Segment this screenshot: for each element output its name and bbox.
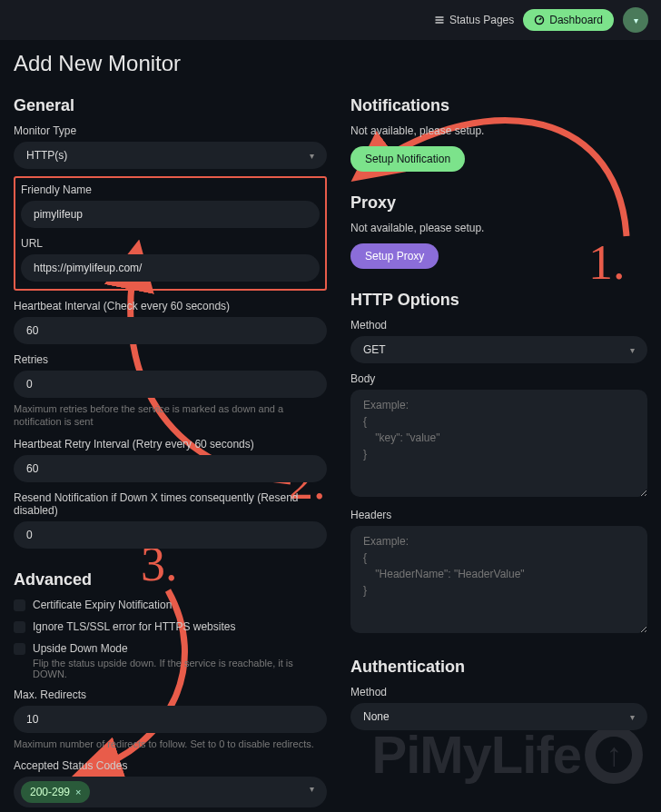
ignore-tls-checkbox[interactable]: Ignore TLS/SSL error for HTTPS websites	[14, 620, 327, 633]
max-redirects-hint: Maximum number of redirects to follow. S…	[14, 738, 327, 750]
retries-hint: Maximum retries before the service is ma…	[14, 402, 327, 429]
topbar: Status Pages Dashboard ▾	[0, 0, 661, 40]
http-options-heading: HTTP Options	[350, 291, 647, 310]
resend-input[interactable]	[14, 521, 327, 549]
url-input[interactable]	[21, 254, 320, 282]
advanced-heading: Advanced	[14, 570, 327, 589]
monitor-type-label: Monitor Type	[14, 124, 327, 137]
general-heading: General	[14, 96, 327, 115]
upside-down-hint: Flip the status upside down. If the serv…	[33, 658, 327, 679]
notifications-heading: Notifications	[350, 96, 647, 115]
retries-input[interactable]	[14, 371, 327, 398]
list-icon	[434, 15, 445, 25]
friendly-name-label: Friendly Name	[21, 183, 320, 196]
cert-expiry-checkbox[interactable]: Certificate Expiry Notification	[14, 599, 327, 611]
setup-proxy-button[interactable]: Setup Proxy	[350, 243, 439, 269]
status-codes-select[interactable]: 200-299 ×	[14, 777, 327, 807]
checkbox-icon	[14, 621, 25, 633]
retry-interval-label: Heartbeat Retry Interval (Retry every 60…	[14, 438, 327, 451]
friendly-name-input[interactable]	[21, 201, 320, 228]
upside-down-checkbox[interactable]: Upside Down Mode	[14, 642, 327, 655]
auth-method-select[interactable]: None	[350, 703, 647, 730]
setup-notification-button[interactable]: Setup Notification	[350, 146, 465, 172]
dashboard-button[interactable]: Dashboard	[523, 9, 614, 31]
heartbeat-interval-input[interactable]	[14, 317, 327, 344]
url-label: URL	[21, 237, 320, 250]
max-redirects-label: Max. Redirects	[14, 688, 327, 701]
heartbeat-interval-label: Heartbeat Interval (Check every 60 secon…	[14, 300, 327, 312]
status-pages-link[interactable]: Status Pages	[434, 14, 514, 26]
status-code-chip[interactable]: 200-299 ×	[21, 781, 90, 803]
upside-down-label: Upside Down Mode	[33, 642, 128, 655]
body-label: Body	[350, 372, 647, 385]
notifications-not-available: Not available, please setup.	[350, 124, 647, 137]
status-code-chip-label: 200-299	[30, 786, 70, 798]
max-redirects-input[interactable]	[14, 706, 327, 733]
method-select[interactable]: GET	[350, 336, 647, 363]
highlight-box-name-url: Friendly Name URL	[14, 176, 327, 291]
status-codes-label: Accepted Status Codes	[14, 759, 327, 772]
retry-interval-input[interactable]	[14, 455, 327, 482]
checkbox-icon	[14, 643, 25, 655]
dashboard-label: Dashboard	[549, 14, 603, 26]
proxy-not-available: Not available, please setup.	[350, 222, 647, 234]
headers-label: Headers	[350, 509, 647, 521]
ignore-tls-label: Ignore TLS/SSL error for HTTPS websites	[33, 620, 235, 633]
method-label: Method	[350, 319, 647, 332]
page-title: Add New Monitor	[14, 51, 647, 76]
close-icon[interactable]: ×	[75, 787, 81, 797]
proxy-heading: Proxy	[350, 193, 647, 213]
status-pages-label: Status Pages	[449, 14, 514, 26]
cert-expiry-label: Certificate Expiry Notification	[33, 599, 172, 611]
auth-heading: Authentication	[350, 658, 647, 677]
headers-textarea[interactable]	[350, 526, 647, 633]
monitor-type-select[interactable]: HTTP(s)	[14, 142, 327, 169]
auth-method-label: Method	[350, 686, 647, 698]
user-avatar[interactable]: ▾	[623, 7, 648, 33]
body-textarea[interactable]	[350, 390, 647, 497]
retries-label: Retries	[14, 353, 327, 366]
resend-label: Resend Notification if Down X times cons…	[14, 491, 327, 517]
checkbox-icon	[14, 599, 25, 611]
gauge-icon	[534, 15, 545, 25]
